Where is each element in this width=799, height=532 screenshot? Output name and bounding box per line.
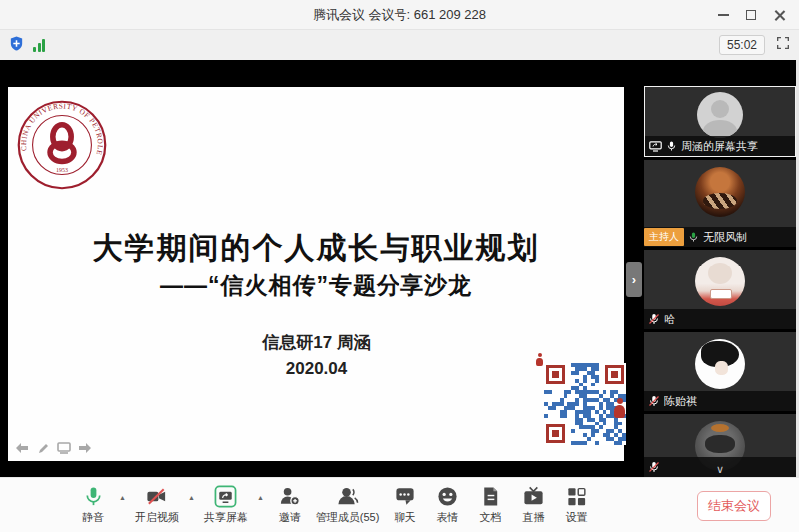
video-options-caret[interactable]: ▲ (188, 494, 195, 501)
qr-finder-top-right (605, 365, 625, 385)
mic-on-icon (688, 231, 699, 243)
slideshow-view-icon[interactable] (56, 441, 72, 455)
maximize-button[interactable] (737, 0, 765, 30)
network-signal-icon[interactable] (33, 38, 45, 52)
participant-tile[interactable]: 陈贻祺 (644, 332, 796, 411)
avatar (695, 257, 745, 306)
meeting-timer: 55:02 (719, 35, 765, 55)
window-controls (709, 0, 793, 30)
security-shield-icon[interactable] (8, 35, 25, 56)
manage-members-button[interactable]: 管理成员(55) (316, 485, 380, 525)
main-stage: CHINA UNIVERSITY OF PETROLEUM 1953 大学期间的… (0, 60, 799, 477)
close-icon (774, 10, 785, 21)
share-screen-icon (214, 485, 237, 508)
statusbar: 55:02 (0, 30, 799, 60)
person-figure-icon (613, 398, 626, 418)
presentation-controls (14, 441, 93, 455)
host-badge: 主持人 (644, 228, 684, 246)
settings-grid-icon (565, 485, 588, 508)
participant-name-bar: 主持人 无限风制 (644, 227, 796, 247)
emoji-button[interactable]: 表情 (430, 485, 464, 525)
invite-button[interactable]: 邀请 (273, 485, 307, 525)
settings-button[interactable]: 设置 (559, 485, 593, 525)
participant-name: 无限风制 (703, 230, 747, 245)
camera-off-icon (145, 485, 168, 508)
mic-muted-icon (648, 313, 660, 325)
smiley-icon (436, 485, 459, 508)
share-options-caret[interactable]: ▲ (257, 494, 264, 501)
avatar-silhouette (697, 92, 743, 138)
avatar (695, 167, 745, 217)
start-video-button[interactable]: 开启视频 (135, 485, 179, 525)
participant-name: 周涵的屏幕共享 (681, 139, 758, 154)
close-button[interactable] (765, 0, 793, 30)
slide-date: 2020.04 (8, 359, 624, 379)
mic-muted-icon (648, 395, 660, 407)
slide-title: 大学期间的个人成长与职业规划 (8, 228, 624, 268)
slide-presenter: 信息研17 周涵 (8, 331, 624, 354)
pen-tool-icon[interactable] (35, 441, 51, 455)
docs-button[interactable]: 文档 (473, 485, 507, 525)
fullscreen-icon[interactable] (775, 35, 791, 55)
panel-expand-tab[interactable]: › (626, 262, 642, 297)
mic-muted-icon (648, 461, 660, 473)
participant-name: 陈贻祺 (664, 394, 697, 409)
participant-tile[interactable]: 哈 (644, 250, 796, 329)
participant-tile-host[interactable]: 主持人 无限风制 (644, 160, 796, 247)
chevron-right-icon: › (632, 272, 636, 287)
screen-share-icon (649, 141, 662, 152)
mic-options-caret[interactable]: ▲ (119, 494, 126, 501)
participant-name-bar: 周涵的屏幕共享 (645, 136, 795, 156)
slide-subtitle: ——“信火相传”专题分享沙龙 (8, 270, 624, 301)
end-meeting-button[interactable]: 结束会议 (697, 491, 771, 521)
microphone-icon (82, 485, 105, 508)
qr-finder-top-left (546, 365, 566, 385)
shared-slide: CHINA UNIVERSITY OF PETROLEUM 1953 大学期间的… (8, 87, 624, 461)
mute-button[interactable]: 静音 (76, 485, 110, 525)
mic-icon (666, 140, 677, 152)
live-tv-icon (522, 485, 545, 508)
document-icon (479, 485, 502, 508)
chat-button[interactable]: 聊天 (388, 485, 421, 525)
avatar (695, 339, 745, 389)
participants-panel: 周涵的屏幕共享 主持人 无限风制 哈 陈贻祺 (644, 60, 796, 477)
live-button[interactable]: 直播 (516, 485, 550, 525)
titlebar: 腾讯会议 会议号: 661 209 228 (0, 0, 799, 30)
share-screen-button[interactable]: 共享屏幕 (204, 485, 248, 525)
minimize-button[interactable] (709, 0, 737, 30)
previous-slide-icon[interactable] (14, 441, 30, 455)
logo-year: 1953 (56, 167, 68, 173)
bottom-toolbar: 静音 ▲ 开启视频 ▲ 共享屏幕 ▲ 邀请 管理成员(55) 聊天 表情 (0, 477, 799, 532)
invite-person-icon (278, 485, 301, 508)
minimize-icon (718, 14, 729, 16)
qr-finder-bottom-left (546, 424, 566, 444)
maximize-icon (746, 10, 756, 20)
person-figure-icon (535, 353, 544, 366)
members-icon (336, 485, 359, 508)
participant-name-bar: 陈贻祺 (644, 391, 796, 411)
participant-tile-screen-share[interactable]: 周涵的屏幕共享 (644, 86, 796, 157)
window-title: 腾讯会议 会议号: 661 209 228 (313, 6, 486, 24)
chat-bubble-icon (394, 485, 416, 508)
university-logo: CHINA UNIVERSITY OF PETROLEUM 1953 (16, 99, 108, 191)
scroll-down-indicator[interactable]: ∨ (716, 463, 724, 476)
participant-name: 哈 (664, 312, 675, 327)
participant-name-bar: 哈 (644, 309, 796, 329)
next-slide-icon[interactable] (77, 441, 93, 455)
